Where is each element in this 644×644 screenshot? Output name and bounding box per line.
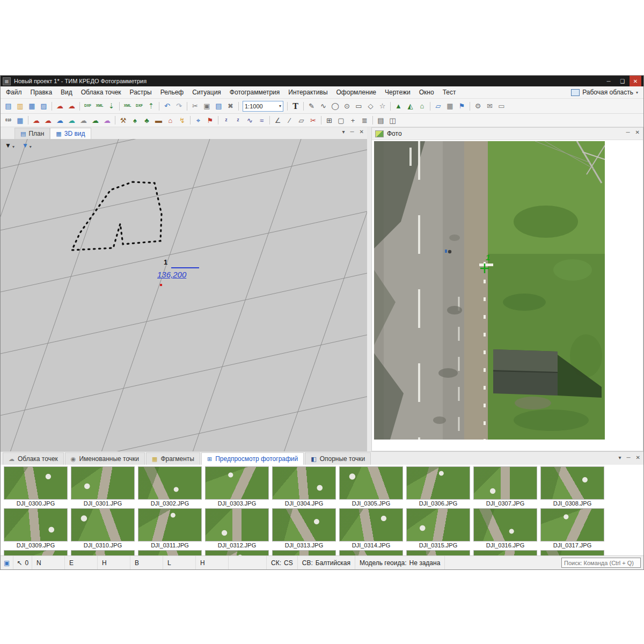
building-extract-icon[interactable]: ⌂ <box>165 115 176 126</box>
erase-tool-icon[interactable]: ✂ <box>308 115 319 126</box>
open-project-icon[interactable]: ▥ <box>14 101 26 112</box>
star-tool-icon[interactable]: ☆ <box>377 101 388 112</box>
minimize-button[interactable]: ─ <box>602 76 616 86</box>
thumbnail-item[interactable] <box>4 550 68 555</box>
thumbnail-image[interactable] <box>540 466 604 500</box>
monitor-icon[interactable]: ▭ <box>496 101 507 112</box>
cloud-vegetation-icon[interactable]: ☁ <box>90 115 101 126</box>
thumbnail-image[interactable] <box>406 466 470 500</box>
chart-icon[interactable]: ◫ <box>387 115 398 126</box>
thumbnail-item[interactable]: DJI_0304.JPG <box>272 466 336 507</box>
settings-icon[interactable]: ⚙ <box>472 101 484 112</box>
menu-item[interactable]: Растры <box>126 86 156 98</box>
thumbnail-item[interactable]: DJI_0316.JPG <box>473 508 537 549</box>
menu-item[interactable]: Оформление <box>332 86 380 98</box>
thumbnail-image[interactable] <box>4 466 68 500</box>
export-dxf-icon[interactable]: DXF <box>82 101 93 112</box>
import-dxf-icon[interactable]: DXF <box>134 101 145 112</box>
thumbnail-item[interactable]: DJI_0302.JPG <box>138 466 202 507</box>
ortho-grid-icon[interactable]: ⊞ <box>324 115 335 126</box>
workspace-switcher[interactable]: Рабочая область ▾ <box>571 89 642 96</box>
binary-points-icon[interactable]: 010 <box>3 115 14 126</box>
vegetation-icon[interactable]: ♠ <box>129 115 141 126</box>
bottom-tab[interactable]: ▦Фрагменты <box>146 452 200 465</box>
thumbnail-image[interactable] <box>339 550 403 555</box>
thumbnail-image[interactable] <box>339 466 403 500</box>
anchor-point-icon[interactable]: ⌖ <box>193 115 204 126</box>
menu-item[interactable]: Вид <box>56 86 77 98</box>
cloud-clip-icon[interactable]: ☁ <box>42 115 54 126</box>
redo-icon[interactable]: ↷ <box>173 101 185 112</box>
thumbnail-image[interactable] <box>473 466 537 500</box>
rectangle-tool-icon[interactable]: ▭ <box>353 101 364 112</box>
thumbnail-image[interactable] <box>205 508 269 541</box>
thumbnail-image[interactable] <box>473 508 537 541</box>
cloud-classify-icon[interactable]: ☁ <box>54 115 65 126</box>
thumbnail-item[interactable]: DJI_0311.JPG <box>138 508 202 549</box>
import-raster-icon[interactable]: ⇡ <box>145 101 157 112</box>
grid-icon[interactable]: ▦ <box>444 101 456 112</box>
list-tool-icon[interactable]: ≣ <box>359 115 370 126</box>
bottom-tab[interactable]: ⊞Предпросмотр фотографий <box>201 452 304 465</box>
cloud-filter-icon[interactable]: ☁ <box>101 115 113 126</box>
thumbnail-item[interactable] <box>71 550 135 555</box>
thumbnail-image[interactable] <box>339 508 403 541</box>
aerial-photo[interactable]: 1 <box>374 141 605 440</box>
thumbnail-item[interactable]: DJI_0308.JPG <box>540 466 604 507</box>
thumbnail-item[interactable] <box>138 550 202 555</box>
thumbnail-item[interactable] <box>406 550 470 555</box>
circle-tool-icon[interactable]: ◯ <box>330 101 341 112</box>
menu-item[interactable]: Рельеф <box>156 86 188 98</box>
cross-section-icon[interactable]: Z <box>232 115 244 126</box>
thumbnail-item[interactable]: DJI_0301.JPG <box>71 466 135 507</box>
axe-tool-icon[interactable]: ⚒ <box>118 115 129 126</box>
power-line-icon[interactable]: ↯ <box>177 115 188 126</box>
3d-canvas[interactable]: ▼▾ ▼▾ 1 136,200 <box>1 139 367 451</box>
display-filter-icon[interactable]: ▼▾ <box>22 142 32 149</box>
polygon-tool-icon[interactable]: ◇ <box>365 101 376 112</box>
thumbnail-item[interactable]: DJI_0306.JPG <box>406 466 470 507</box>
ground-surface-icon[interactable]: ▬ <box>153 115 164 126</box>
thumbnail-image[interactable] <box>473 550 537 555</box>
bottom-tab[interactable]: ◧Опорные точки <box>305 452 371 465</box>
bottom-minimize-icon[interactable]: ─ <box>627 455 631 460</box>
menu-item[interactable]: Тест <box>438 86 460 98</box>
thumbnail-item[interactable]: DJI_0317.JPG <box>540 508 604 549</box>
thumbnail-item[interactable] <box>540 550 604 555</box>
trees-icon[interactable]: ♣ <box>141 115 152 126</box>
table-icon[interactable]: ▤ <box>375 115 386 126</box>
delete-icon[interactable]: ✖ <box>225 101 236 112</box>
thumbnail-item[interactable] <box>205 550 269 555</box>
thumbnail-item[interactable]: DJI_0305.JPG <box>339 466 403 507</box>
cut-icon[interactable]: ✂ <box>189 101 201 112</box>
message-icon[interactable]: ✉ <box>484 101 495 112</box>
menu-item[interactable]: Интерактивы <box>284 86 332 98</box>
thumbnail-item[interactable]: DJI_0310.JPG <box>71 508 135 549</box>
thumbnail-image[interactable] <box>71 466 135 500</box>
thumbnail-image[interactable] <box>205 466 269 500</box>
menu-item[interactable]: Облака точек <box>77 86 126 98</box>
move-tool-icon[interactable]: + <box>347 115 358 126</box>
thumbnail-image[interactable] <box>540 508 604 541</box>
spline-tool-icon[interactable]: ∿ <box>318 101 329 112</box>
thumbnail-item[interactable]: DJI_0313.JPG <box>272 508 336 549</box>
flag-icon[interactable]: ⚑ <box>456 101 467 112</box>
scale-combo[interactable]: 1:1000▾ <box>243 101 283 112</box>
thumbnail-image[interactable] <box>272 550 336 555</box>
export-point-cloud-icon[interactable]: ☁ <box>66 101 77 112</box>
bottom-collapse-icon[interactable]: ▾ <box>618 455 621 460</box>
bottom-close-icon[interactable]: ✕ <box>636 455 640 460</box>
measure-angle-icon[interactable]: ∠ <box>272 115 283 126</box>
pane-minimize-icon[interactable]: ─ <box>350 129 354 135</box>
thumbnail-item[interactable]: DJI_0303.JPG <box>205 466 269 507</box>
view-tab-active[interactable]: ▦3D вид <box>50 128 91 139</box>
copy-icon[interactable]: ▣ <box>201 101 213 112</box>
thumbnail-image[interactable] <box>71 550 135 555</box>
thumbnail-image[interactable] <box>406 550 470 555</box>
pane-close-icon[interactable]: ✕ <box>360 129 364 135</box>
thumbnail-image[interactable] <box>205 550 269 555</box>
menu-item[interactable]: Окно <box>415 86 438 98</box>
thumbnail-image[interactable] <box>540 550 604 555</box>
text-tool-icon[interactable]: T <box>290 101 301 112</box>
thumbnail-item[interactable]: DJI_0314.JPG <box>339 508 403 549</box>
